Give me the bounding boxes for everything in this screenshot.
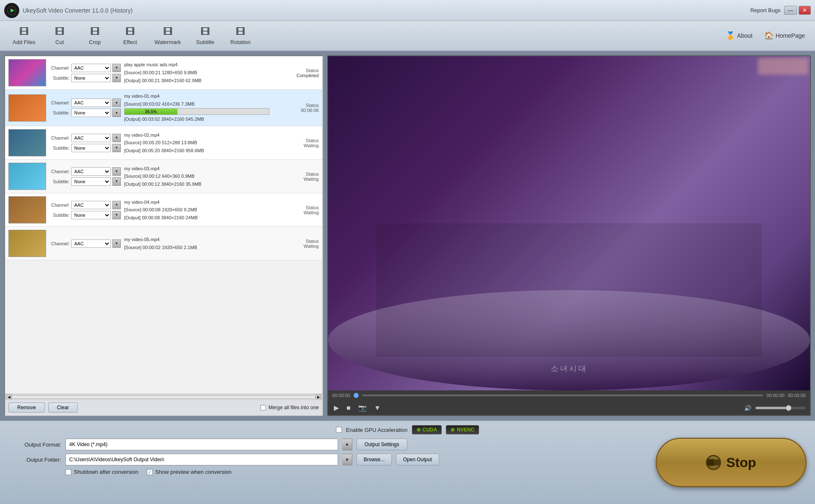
subtitle-dropdown[interactable]: ▼ bbox=[112, 177, 121, 186]
file-info: my video-02.mp4 [Source] 00:05:20 512×28… bbox=[124, 131, 269, 155]
stop-icon bbox=[706, 455, 721, 470]
subtitle-dropdown[interactable]: ▼ bbox=[112, 109, 121, 117]
scroll-left-arrow[interactable]: ◀ bbox=[6, 394, 12, 400]
channel-select[interactable]: AAC bbox=[71, 134, 111, 142]
stop-button-preview[interactable]: ■ bbox=[345, 403, 352, 413]
channel-select[interactable]: AAC bbox=[71, 64, 111, 72]
minimize-button[interactable]: — bbox=[784, 6, 797, 15]
filename: my video-05.mp4 bbox=[124, 236, 269, 244]
output-format-dropdown[interactable]: ▼ bbox=[342, 439, 352, 450]
progress-bar-container: 36.5% bbox=[124, 108, 269, 115]
crop-button[interactable]: 🎞 Crop bbox=[78, 24, 112, 48]
subtitle-dropdown[interactable]: ▼ bbox=[112, 74, 121, 82]
subtitle-row: Subtitle: None ▼ bbox=[49, 177, 121, 186]
cut-button[interactable]: 🎞 Cut bbox=[43, 24, 76, 48]
open-output-button[interactable]: Open Output bbox=[396, 454, 439, 465]
preview-checkbox[interactable]: ✓ bbox=[147, 469, 153, 475]
snapshot-button[interactable]: 📷 bbox=[357, 403, 368, 413]
channel-select[interactable]: AAC bbox=[71, 167, 111, 176]
preview-timeline: 00:00:00 00:00:00 00:00:00 bbox=[328, 390, 810, 400]
table-row[interactable]: Channel: AAC ▼ Subtitle: None ▼ my video… bbox=[5, 160, 322, 193]
file-list-bottom: Remove Clear Merge all files into one bbox=[5, 400, 322, 415]
subtitle-select[interactable]: None bbox=[71, 211, 111, 219]
filename: my video-01.mp4 bbox=[124, 92, 269, 100]
homepage-button[interactable]: 🏠 HomePage bbox=[761, 29, 808, 42]
timeline-track[interactable] bbox=[362, 395, 763, 396]
file-info: my video-04.mp4 [Source] 00:00:08 1920×6… bbox=[124, 198, 269, 222]
source-info: [Source] 00:00:12 640×360 0.9MB bbox=[124, 172, 269, 180]
clear-button[interactable]: Clear bbox=[48, 403, 78, 413]
file-status: Status Waiting bbox=[273, 138, 319, 148]
progress-bar: 36.5% bbox=[125, 109, 177, 114]
timeline-position[interactable] bbox=[354, 393, 359, 398]
volume-icon[interactable]: 🔊 bbox=[742, 404, 753, 412]
scroll-right-arrow[interactable]: ▶ bbox=[315, 394, 321, 400]
gpu-label: Enable GPU Acceleration bbox=[346, 427, 408, 433]
folder-dropdown[interactable]: ▼ bbox=[342, 454, 352, 465]
browse-button[interactable]: Browse... bbox=[357, 454, 392, 465]
file-thumbnail bbox=[8, 129, 46, 156]
watermark-text: 소녀시대 bbox=[551, 364, 588, 374]
table-row[interactable]: Channel: AAC ▼ Subtitle: None ▼ my video… bbox=[5, 126, 322, 160]
channel-dropdown[interactable]: ▼ bbox=[112, 64, 121, 72]
channel-select[interactable]: AAC bbox=[71, 239, 111, 248]
preview-row[interactable]: ✓ Show preview when conversion bbox=[147, 469, 232, 475]
subtitle-select[interactable]: None bbox=[71, 177, 111, 186]
snapshot-dropdown[interactable]: ▼ bbox=[372, 403, 383, 413]
source-info: [Source] 00:00:02 1920×650 2.1MB bbox=[124, 244, 269, 252]
merge-label: Merge all files into one bbox=[268, 405, 319, 410]
channel-select[interactable]: AAC bbox=[71, 99, 111, 107]
source-info: [Source] 00:00:08 1920×650 9.2MB bbox=[124, 206, 269, 214]
report-bugs-link[interactable]: Report Bugs bbox=[750, 7, 781, 13]
channel-select[interactable]: AAC bbox=[71, 201, 111, 209]
close-button[interactable]: ✕ bbox=[799, 6, 811, 15]
output-settings-button[interactable]: Output Settings bbox=[357, 439, 407, 450]
file-thumbnail bbox=[8, 230, 46, 257]
subtitle-button[interactable]: 🎞 Subtitle bbox=[188, 24, 222, 48]
output-format-input[interactable] bbox=[65, 439, 338, 450]
volume-slider[interactable] bbox=[755, 407, 806, 409]
scroll-track[interactable] bbox=[12, 395, 315, 399]
stop-label: Stop bbox=[726, 455, 756, 470]
source-info: [Source] 00:03:02 416×236 7.3MB bbox=[124, 100, 269, 108]
play-button[interactable]: ▶ bbox=[332, 403, 341, 413]
watermark-button[interactable]: 🎞 Watermark bbox=[148, 24, 187, 48]
effect-button[interactable]: 🎞 Effect bbox=[113, 24, 147, 48]
channel-row: Channel: AAC ▼ bbox=[49, 239, 121, 248]
channel-dropdown[interactable]: ▼ bbox=[112, 134, 121, 142]
subtitle-select[interactable]: None bbox=[71, 144, 111, 152]
shutdown-row[interactable]: Shutdown after conversion bbox=[65, 469, 138, 475]
table-row[interactable]: Channel: AAC ▼ Subtitle: None ▼ my video… bbox=[5, 90, 322, 126]
channel-row: Channel: AAC ▼ bbox=[49, 99, 121, 107]
channel-row: Channel: AAC ▼ bbox=[49, 134, 121, 142]
table-row[interactable]: Channel: AAC ▼ Subtitle: None ▼ my video… bbox=[5, 193, 322, 227]
add-files-button[interactable]: 🎞 Add Files bbox=[7, 24, 41, 48]
stop-button[interactable]: Stop bbox=[656, 438, 807, 487]
channel-dropdown[interactable]: ▼ bbox=[112, 239, 121, 248]
gpu-checkbox[interactable] bbox=[336, 427, 342, 433]
subtitle-select[interactable]: None bbox=[71, 74, 111, 82]
rotation-button[interactable]: 🎞 Rotation bbox=[224, 24, 257, 48]
volume-thumb[interactable] bbox=[786, 405, 792, 411]
subtitle-select[interactable]: None bbox=[71, 109, 111, 117]
remove-button[interactable]: Remove bbox=[8, 403, 45, 413]
subtitle-dropdown[interactable]: ▼ bbox=[112, 211, 121, 219]
subtitle-dropdown[interactable]: ▼ bbox=[112, 144, 121, 152]
channel-dropdown[interactable]: ▼ bbox=[112, 99, 121, 107]
nvidia-icon-nvenc: ⊛ bbox=[450, 427, 455, 433]
table-row[interactable]: Channel: AAC ▼ Subtitle: None ▼ play app… bbox=[5, 56, 322, 90]
merge-checkbox[interactable] bbox=[260, 405, 266, 410]
channel-dropdown[interactable]: ▼ bbox=[112, 201, 121, 209]
table-row[interactable]: Channel: AAC ▼ my video-05.mp4 [Source] … bbox=[5, 227, 322, 260]
about-button[interactable]: 🏅 About bbox=[722, 29, 756, 42]
svg-rect-3 bbox=[376, 223, 762, 357]
cuda-badge: ⊛ CUDA bbox=[412, 425, 442, 434]
channel-dropdown[interactable]: ▼ bbox=[112, 167, 121, 176]
horizontal-scrollbar[interactable]: ◀ ▶ bbox=[5, 394, 322, 400]
file-list-scroll[interactable]: Channel: AAC ▼ Subtitle: None ▼ play app… bbox=[5, 56, 322, 394]
output-folder-input[interactable] bbox=[65, 454, 338, 465]
shutdown-checkbox[interactable] bbox=[65, 469, 71, 475]
main-area: Channel: AAC ▼ Subtitle: None ▼ play app… bbox=[0, 51, 815, 420]
file-thumbnail bbox=[8, 59, 46, 86]
file-info: play apple music ads.mp4 [Source] 00:00:… bbox=[124, 61, 269, 84]
